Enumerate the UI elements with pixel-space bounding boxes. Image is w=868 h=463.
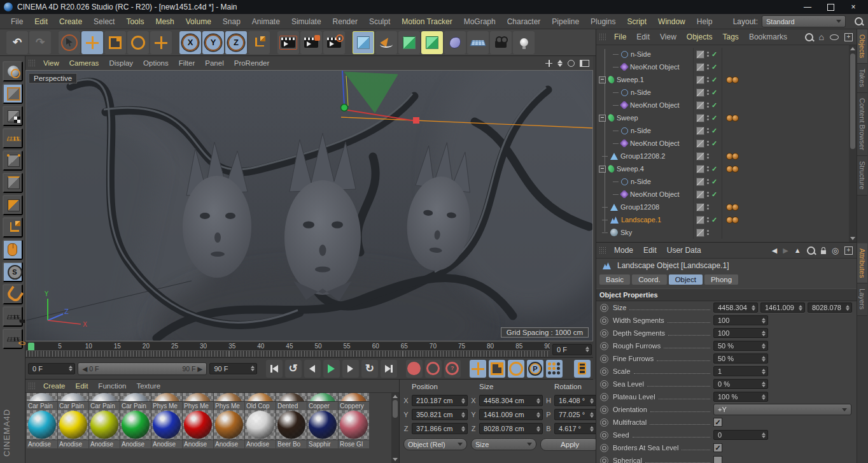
expander-icon[interactable] xyxy=(599,166,606,173)
material-thumbnail[interactable] xyxy=(58,393,88,401)
animation-dot-icon[interactable] xyxy=(600,406,608,414)
layer-icon[interactable] xyxy=(696,63,704,71)
visibility-dots-icon[interactable] xyxy=(707,77,709,82)
material-tags[interactable] xyxy=(726,76,738,83)
visibility-dots-icon[interactable] xyxy=(707,179,709,184)
material-thumbnail[interactable] xyxy=(120,410,151,439)
go-to-previous-frame-button[interactable] xyxy=(304,360,321,378)
record-rotation-toggle[interactable] xyxy=(508,360,524,378)
visibility-dots-icon[interactable] xyxy=(707,115,709,120)
scroll-thumb[interactable] xyxy=(850,53,855,149)
visibility-column[interactable]: ✓ xyxy=(693,188,722,201)
material-menu-function[interactable]: Function xyxy=(93,382,131,390)
material-item[interactable]: Anodise xyxy=(183,410,213,448)
animation-dot-icon[interactable] xyxy=(600,342,608,350)
viewport-menu-view[interactable]: View xyxy=(38,59,64,67)
texture-mode-button[interactable] xyxy=(3,106,23,126)
material-menu-texture[interactable]: Texture xyxy=(131,382,165,390)
layer-icon[interactable] xyxy=(696,178,704,186)
scale-tool[interactable] xyxy=(104,31,126,54)
material-item[interactable]: Anodise xyxy=(58,410,88,448)
layer-icon[interactable] xyxy=(696,127,704,135)
lock-x-axis-button[interactable]: X xyxy=(179,31,201,54)
position-z-field[interactable]: 371.866 cm xyxy=(412,423,468,434)
material-item[interactable]: Sapphir xyxy=(307,410,338,448)
material-thumbnail[interactable] xyxy=(27,393,57,401)
enabled-check-icon[interactable]: ✓ xyxy=(711,114,717,122)
enabled-check-icon[interactable]: ✓ xyxy=(711,63,717,71)
material-item[interactable]: Anodise xyxy=(214,410,244,448)
material-tag-icon[interactable] xyxy=(732,217,739,224)
enabled-check-icon[interactable]: ✓ xyxy=(711,50,717,59)
material-tag-icon[interactable] xyxy=(732,153,739,160)
object-manager-menu-objects[interactable]: Objects xyxy=(682,32,718,41)
animation-dot-icon[interactable] xyxy=(600,304,608,312)
viewport-menu-filter[interactable]: Filter xyxy=(174,59,200,67)
viewport-menu-cameras[interactable]: Cameras xyxy=(64,59,104,67)
autokeying-button[interactable] xyxy=(425,360,442,378)
panel-tab-attributes[interactable]: Attributes xyxy=(857,243,867,283)
menu-select[interactable]: Select xyxy=(88,17,120,26)
record-pla-toggle[interactable] xyxy=(546,360,563,378)
object-manager-menu-file[interactable]: File xyxy=(609,32,631,41)
material-scrollbar[interactable] xyxy=(391,393,399,463)
snap-settings-button[interactable]: S xyxy=(3,262,23,282)
rough-furrows-field[interactable]: 50 % xyxy=(713,341,768,351)
render-view-button[interactable] xyxy=(277,31,299,54)
depth-segments-field[interactable]: 100 xyxy=(713,328,768,338)
spinner-arrows-icon[interactable] xyxy=(534,426,540,432)
attribute-menu-edit[interactable]: Edit xyxy=(638,246,662,255)
panel-tab-objects[interactable]: Objects xyxy=(857,29,867,64)
visibility-column[interactable]: ✓ xyxy=(693,162,722,175)
spinner-arrows-icon[interactable] xyxy=(796,305,802,311)
object-manager-menu-bookmarks[interactable]: Bookmarks xyxy=(744,32,792,41)
tweak-mode-button[interactable] xyxy=(3,239,23,260)
material-item[interactable]: Rose Gl xyxy=(339,410,369,448)
viewport-toggle-layout-icon[interactable] xyxy=(580,60,589,67)
rotation-h-field[interactable]: 16.408 ° xyxy=(554,395,596,406)
layer-icon[interactable] xyxy=(696,229,704,237)
fine-furrows-field[interactable]: 50 % xyxy=(713,353,768,364)
material-thumbnail[interactable] xyxy=(245,393,276,401)
material-thumbnail[interactable] xyxy=(307,393,338,401)
menu-sculpt[interactable]: Sculpt xyxy=(363,17,396,26)
search-icon[interactable] xyxy=(855,17,863,25)
visibility-dots-icon[interactable] xyxy=(707,128,709,133)
object-tree-row[interactable]: NeoKnot Object✓ xyxy=(596,137,857,150)
material-tag-icon[interactable] xyxy=(732,204,739,211)
layer-icon[interactable] xyxy=(696,165,704,173)
panel-tab-layers[interactable]: Layers xyxy=(857,283,867,315)
material-thumbnail[interactable] xyxy=(276,393,307,401)
viewport-3d-scene[interactable]: Y Z X Perspective Grid Spacing : 1000 cm xyxy=(25,70,593,341)
object-tree-row[interactable]: Sweep✓ xyxy=(596,111,857,124)
menu-character[interactable]: Character xyxy=(501,17,547,26)
scroll-up-icon[interactable] xyxy=(850,47,855,50)
menu-mograph[interactable]: MoGraph xyxy=(458,17,501,26)
plateau-level-field[interactable]: 100 % xyxy=(713,392,768,402)
spinner-arrows-icon[interactable] xyxy=(759,394,766,400)
material-item[interactable]: Car Pain xyxy=(27,393,57,410)
enabled-check-icon[interactable]: ✓ xyxy=(711,178,717,186)
lock-workplane-button[interactable] xyxy=(3,306,23,327)
object-tree-row[interactable]: NeoKnot Object✓ xyxy=(596,99,857,111)
multifractal-checkbox[interactable]: ✓ xyxy=(713,418,722,427)
layer-icon[interactable] xyxy=(696,203,704,211)
object-tree-row[interactable]: n-Side✓ xyxy=(596,48,857,61)
last-used-tool-move[interactable] xyxy=(150,31,172,54)
width-segments-field[interactable]: 100 xyxy=(713,315,768,325)
visibility-column[interactable] xyxy=(693,226,722,239)
spline-pen-button[interactable] xyxy=(375,31,397,54)
spinner-arrows-icon[interactable] xyxy=(843,305,850,311)
go-to-previous-key-button[interactable]: ↺ xyxy=(285,360,302,378)
attribute-menu-mode[interactable]: Mode xyxy=(609,246,638,255)
viewport-menu-options[interactable]: Options xyxy=(138,59,174,67)
focus-icon[interactable]: ◎ xyxy=(832,246,839,255)
visibility-dots-icon[interactable] xyxy=(707,90,709,95)
object-tree-row[interactable]: NeoKnot Object✓ xyxy=(596,61,857,73)
size-y-field[interactable]: 1461.009 cm xyxy=(479,409,543,420)
live-selection-tool[interactable] xyxy=(59,31,80,54)
history-back-icon[interactable]: ◀ xyxy=(772,247,777,254)
panel-tab-content-browser[interactable]: Content Browser xyxy=(857,93,867,156)
object-axis-mode-button[interactable] xyxy=(3,217,23,238)
object-tree-row[interactable]: NeoKnot Object✓ xyxy=(596,188,857,201)
